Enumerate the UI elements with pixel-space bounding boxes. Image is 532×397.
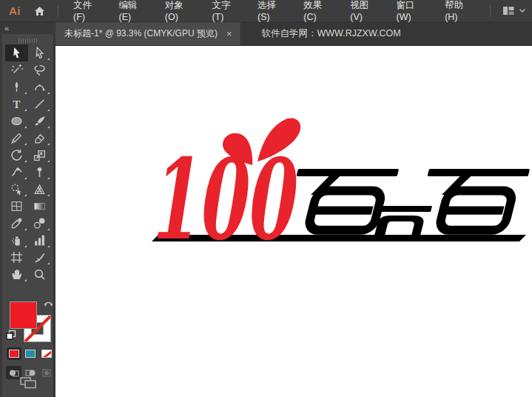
color-mode-button[interactable] [7, 347, 21, 360]
tool-zoom[interactable] [28, 266, 51, 283]
tool-lasso[interactable] [28, 61, 51, 79]
blend-icon [33, 217, 46, 230]
menubar: Ai 文件(F)编辑(E)对象(O)文字(T)选择(S)效果(C)视图(V)窗口… [0, 0, 532, 22]
eraser-icon [33, 132, 46, 144]
tool-scale[interactable] [28, 147, 51, 164]
menu-item-v[interactable]: 视图(V) [342, 0, 388, 21]
swap-fill-stroke-button[interactable] [43, 298, 54, 311]
tools-panel: T [2, 34, 54, 397]
column-graph-icon [33, 234, 46, 247]
eyedropper-icon [10, 217, 23, 230]
perspective-grid-icon [33, 183, 46, 196]
tool-magic-wand[interactable] [5, 61, 28, 79]
lasso-icon [33, 64, 46, 76]
tool-curvature[interactable] [28, 79, 51, 96]
tool-perspective-grid[interactable] [28, 181, 51, 198]
menu-item-t[interactable]: 文字(T) [203, 0, 249, 21]
workspace-switcher[interactable] [497, 6, 532, 16]
document-tab-title: 未标题-1* @ 93.3% (CMYK/GPU 预览) [64, 27, 218, 40]
collapse-panel-button[interactable]: « [4, 24, 9, 33]
tool-gradient[interactable] [28, 198, 51, 215]
fill-color-swatch[interactable] [10, 301, 37, 329]
draw-inside-icon [41, 367, 53, 378]
tool-symbol-sprayer[interactable] [5, 232, 28, 249]
tool-eyedropper[interactable] [5, 215, 28, 232]
artboard-canvas[interactable]: 100百分百 100 [55, 46, 532, 397]
logo-characters [283, 169, 530, 236]
tools-panel-area: « T [0, 22, 55, 397]
tool-paintbrush[interactable] [28, 113, 51, 130]
tool-slice[interactable] [28, 249, 51, 266]
artboard-icon [10, 251, 23, 264]
tool-blend[interactable] [28, 215, 51, 232]
tool-width[interactable] [5, 164, 28, 181]
tool-eraser[interactable] [28, 130, 51, 147]
tool-type[interactable]: T [5, 96, 28, 113]
default-fill-stroke-button[interactable] [6, 330, 16, 343]
menu-item-c[interactable]: 效果(C) [295, 0, 342, 21]
tool-direct-selection[interactable] [28, 44, 51, 61]
tool-shape-builder[interactable] [5, 181, 28, 198]
tool-artboard[interactable] [5, 249, 28, 266]
color-swatch-icon [9, 350, 19, 358]
default-colors-icon [6, 330, 16, 340]
slice-icon [33, 251, 46, 264]
width-icon [10, 166, 23, 179]
tool-rotate[interactable] [5, 147, 28, 164]
tab-close-button[interactable]: × [226, 29, 232, 39]
home-button[interactable] [28, 6, 51, 16]
none-mode-button[interactable] [39, 347, 54, 360]
gradient-mode-button[interactable] [23, 347, 38, 360]
illustrator-logo: Ai [0, 4, 28, 17]
svg-text:T: T [13, 99, 20, 110]
screen-mode-icon [18, 376, 38, 390]
paintbrush-icon [33, 115, 46, 127]
pen-icon [10, 81, 23, 93]
color-type-buttons [7, 347, 54, 360]
ellipse-icon [10, 115, 23, 127]
logo-artwork: 100百分百 100 [141, 111, 532, 249]
screen-mode-button[interactable] [18, 376, 38, 393]
tool-selection[interactable] [5, 44, 28, 61]
home-icon [34, 6, 45, 16]
puppet-warp-icon [33, 166, 46, 179]
direct-selection-icon [33, 47, 46, 59]
none-swatch-icon [41, 350, 52, 358]
hand-icon [10, 268, 23, 281]
scale-icon [33, 149, 46, 161]
menubar-separator [490, 5, 491, 17]
gradient-icon [33, 200, 46, 213]
gradient-swatch-icon [25, 350, 36, 358]
mesh-icon [10, 200, 23, 213]
swap-arrows-icon [43, 298, 54, 308]
menubar-separator [58, 5, 58, 17]
panel-collapse-strip: « [0, 22, 55, 34]
workspace-icon [503, 6, 514, 16]
tool-puppet-warp[interactable] [28, 164, 51, 181]
curvature-icon [33, 81, 46, 93]
type-icon: T [10, 98, 23, 110]
menu-item-w[interactable]: 窗口(W) [388, 0, 437, 21]
selection-icon [10, 47, 23, 59]
tool-pencil[interactable] [5, 130, 28, 147]
shape-builder-icon [10, 183, 23, 196]
panel-grip-handle[interactable] [18, 39, 38, 43]
chevron-down-icon [519, 8, 526, 13]
tool-mesh[interactable] [5, 198, 28, 215]
menu-item-s[interactable]: 选择(S) [249, 0, 295, 21]
tool-grid: T [2, 44, 53, 283]
menu-item-o[interactable]: 对象(O) [157, 0, 204, 21]
tool-column-graph[interactable] [28, 232, 51, 249]
fill-stroke-widget [8, 298, 53, 346]
draw-inside-button[interactable] [38, 366, 54, 379]
pencil-icon [10, 132, 23, 144]
symbol-sprayer-icon [10, 234, 23, 247]
menu-item-e[interactable]: 编辑(E) [111, 0, 157, 21]
tool-line-segment[interactable] [28, 96, 51, 113]
menu-item-f[interactable]: 文件(F) [65, 0, 111, 21]
tool-hand[interactable] [5, 266, 28, 283]
document-tab[interactable]: 未标题-1* @ 93.3% (CMYK/GPU 预览) × [55, 22, 240, 45]
tool-ellipse[interactable] [5, 113, 28, 130]
tool-pen[interactable] [5, 79, 28, 96]
menu-item-h[interactable]: 帮助(H) [437, 0, 483, 21]
